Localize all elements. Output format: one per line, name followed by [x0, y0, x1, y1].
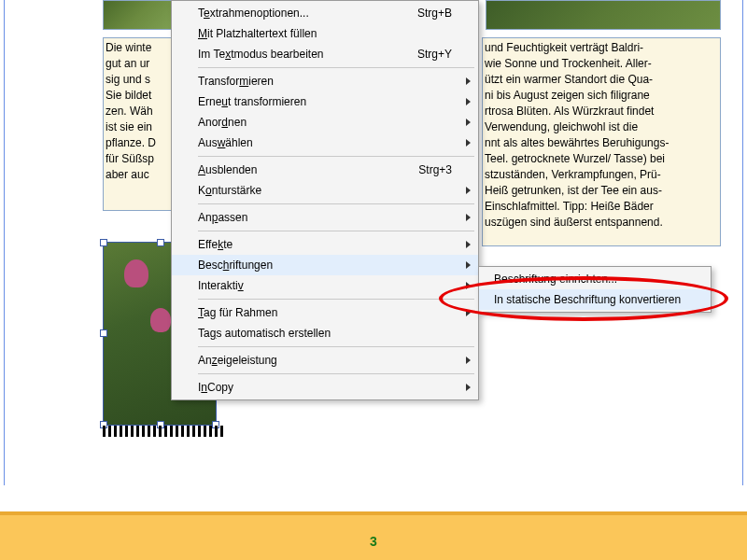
top-left-image — [103, 0, 175, 30]
flower-shape — [124, 259, 148, 287]
page-number: 3 — [0, 534, 747, 549]
menu-item[interactable]: Konturstärke — [172, 180, 478, 201]
caption-frame[interactable] — [103, 426, 224, 437]
page-footer: 3 — [0, 511, 747, 560]
menu-item[interactable]: Interaktiv — [172, 275, 478, 296]
top-right-image — [486, 0, 721, 30]
menu-item[interactable]: Textrahmenoptionen...Strg+B — [172, 3, 478, 23]
menu-separator — [198, 299, 474, 300]
submenu-item[interactable]: In statische Beschriftung konvertieren — [479, 289, 711, 310]
menu-separator — [198, 373, 474, 374]
menu-item[interactable]: Transformieren — [172, 71, 478, 91]
menu-item[interactable]: Tags automatisch erstellen — [172, 323, 478, 343]
menu-item[interactable]: Anpassen — [172, 207, 478, 228]
right-text-column: und Feuchtigkeit verträgt Baldri-wie Son… — [482, 37, 721, 246]
flower-shape — [150, 308, 171, 332]
menu-item[interactable]: Im Textmodus bearbeitenStrg+Y — [172, 44, 478, 64]
menu-separator — [198, 231, 474, 231]
selection-handle[interactable] — [157, 239, 164, 246]
submenu-beschriftungen[interactable]: Beschriftung einrichten...In statische B… — [478, 266, 712, 313]
menu-item[interactable]: Anordnen — [172, 112, 478, 133]
menu-item[interactable]: Auswählen — [172, 133, 478, 153]
left-text: Die wintegut an ursig und sSie bildetzen… — [106, 41, 156, 181]
context-menu[interactable]: Textrahmenoptionen...Strg+BMit Platzhalt… — [171, 0, 479, 400]
menu-separator — [198, 203, 474, 204]
right-text: und Feuchtigkeit verträgt Baldri-wie Son… — [485, 41, 669, 229]
selection-handle[interactable] — [100, 329, 107, 337]
menu-separator — [198, 67, 474, 68]
menu-item[interactable]: Beschriftungen — [172, 255, 478, 275]
submenu-item[interactable]: Beschriftung einrichten... — [479, 269, 711, 289]
menu-item[interactable]: InCopy — [172, 377, 478, 398]
menu-item[interactable]: Erneut transformieren — [172, 91, 478, 112]
menu-item[interactable]: Tag für Rahmen — [172, 302, 478, 323]
menu-item[interactable]: Anzeigeleistung — [172, 350, 478, 371]
menu-separator — [198, 156, 474, 157]
left-text-column: Die wintegut an ursig und sSie bildetzen… — [103, 37, 178, 211]
menu-separator — [198, 346, 474, 347]
menu-item[interactable]: Mit Platzhaltertext füllen — [172, 23, 478, 44]
menu-item[interactable]: AusblendenStrg+3 — [172, 160, 478, 180]
selection-handle[interactable] — [100, 239, 107, 246]
menu-item[interactable]: Effekte — [172, 234, 478, 255]
